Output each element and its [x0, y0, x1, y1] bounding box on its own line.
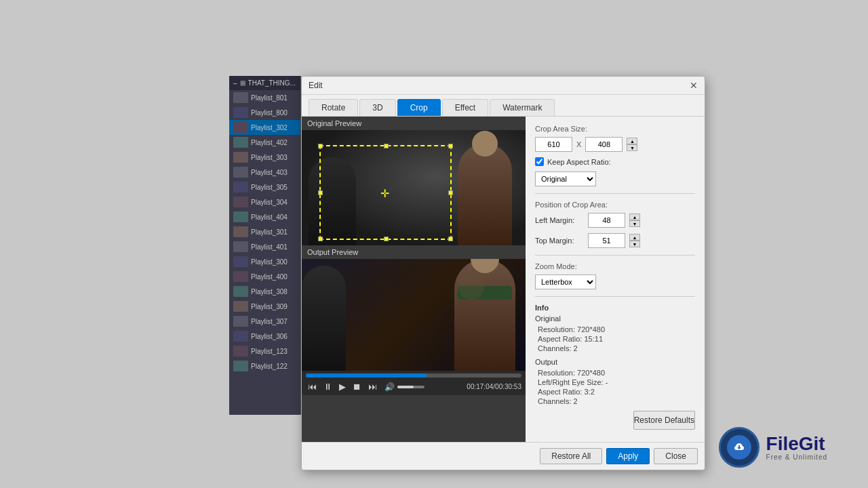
- close-button[interactable]: Close: [654, 448, 698, 464]
- crop-handle-br[interactable]: [448, 237, 453, 241]
- playlist-item[interactable]: Playlist_401: [229, 239, 300, 254]
- playlist-item[interactable]: Playlist_123: [229, 344, 300, 359]
- crop-handle-tc[interactable]: [384, 144, 389, 148]
- dialog-close-button[interactable]: ✕: [690, 81, 698, 90]
- playlist-item[interactable]: Playlist_306: [229, 329, 300, 344]
- output-aspect: Aspect Ratio: 3:2: [535, 388, 695, 396]
- crop-crosshair: ✛: [380, 187, 389, 200]
- crop-selection-box[interactable]: ✛: [319, 145, 452, 240]
- sidebar-icon-button[interactable]: ⊞: [240, 79, 245, 87]
- tab-3d[interactable]: 3D: [359, 99, 395, 116]
- filegit-tagline: Free & Unlimited: [766, 453, 827, 461]
- playlist-item[interactable]: Playlist_400: [229, 269, 300, 284]
- play-button[interactable]: ▶: [337, 381, 348, 392]
- crop-handle-bc[interactable]: [384, 237, 389, 241]
- tab-watermark[interactable]: Watermark: [490, 99, 555, 116]
- original-preview: ✛: [302, 130, 526, 245]
- playlist-item[interactable]: Playlist_402: [229, 135, 300, 150]
- divider-1: [535, 193, 695, 194]
- playlist-item[interactable]: Playlist_308: [229, 284, 300, 299]
- crop-height-input[interactable]: [585, 137, 623, 152]
- output-channels: Channels: 2: [535, 397, 695, 405]
- aspect-ratio-select[interactable]: Original 16:9 4:3 1:1 Custom: [535, 171, 596, 186]
- left-spin-up[interactable]: ▲: [629, 214, 640, 220]
- playlist-thumb: [233, 167, 248, 178]
- left-spin-down[interactable]: ▼: [629, 220, 640, 227]
- keep-aspect-label[interactable]: Keep Aspect Ratio:: [547, 158, 611, 166]
- output-preview-label: Output Preview: [302, 245, 526, 259]
- original-aspect: Aspect Ratio: 15:11: [535, 335, 695, 343]
- restore-all-button[interactable]: Restore All: [540, 448, 602, 464]
- time-display: 00:17:04/00:30:53: [467, 383, 521, 390]
- info-heading: Info: [535, 304, 695, 312]
- original-resolution: Resolution: 720*480: [535, 325, 695, 333]
- left-margin-spinner[interactable]: ▲ ▼: [629, 214, 640, 227]
- tab-effect[interactable]: Effect: [442, 99, 488, 116]
- playlist-thumb: [233, 331, 248, 342]
- playlist-name: Playlist_301: [251, 228, 288, 236]
- playlist-thumb: [233, 316, 248, 327]
- apply-button[interactable]: Apply: [606, 448, 650, 464]
- progress-fill: [306, 373, 427, 378]
- left-margin-input[interactable]: [588, 213, 625, 228]
- zoom-title: Zoom Mode:: [535, 262, 695, 270]
- progress-bar[interactable]: [306, 373, 521, 378]
- output-heading: Output: [535, 358, 695, 366]
- volume-icon: 🔊: [384, 382, 395, 392]
- crop-handle-tl[interactable]: [318, 144, 323, 148]
- top-spin-down[interactable]: ▼: [629, 241, 640, 247]
- playlist-item[interactable]: Playlist_309: [229, 299, 300, 314]
- tab-crop[interactable]: Crop: [397, 99, 441, 116]
- top-margin-row: Top Margin: ▲ ▼: [535, 233, 695, 248]
- output-resolution: Resolution: 720*480: [535, 369, 695, 377]
- playlist-item[interactable]: Playlist_404: [229, 209, 300, 224]
- dialog-body: Original Preview: [302, 117, 705, 442]
- playlist-name: Playlist_306: [251, 333, 288, 340]
- playlist-item[interactable]: Playlist_303: [229, 150, 300, 165]
- playlist-item[interactable]: Playlist_403: [229, 165, 300, 180]
- playlist-name: Playlist_402: [251, 139, 288, 146]
- playlist-item[interactable]: Playlist_307: [229, 314, 300, 329]
- crop-handle-mr[interactable]: [448, 190, 453, 195]
- playlist-name: Playlist_801: [251, 94, 288, 102]
- sidebar-minimize-button[interactable]: –: [233, 79, 237, 87]
- skip-start-button[interactable]: ⏮: [306, 381, 319, 392]
- skip-end-button[interactable]: ⏭: [366, 381, 379, 392]
- dialog-footer: Restore All Apply Close: [302, 442, 705, 470]
- crop-handle-ml[interactable]: [318, 190, 323, 195]
- edit-dialog: Edit ✕ Rotate 3D Crop Effect Watermark O…: [301, 76, 705, 470]
- playlist-item[interactable]: Playlist_300: [229, 254, 300, 269]
- playlist-name: Playlist_123: [251, 348, 288, 355]
- playlist-thumb: [233, 122, 248, 133]
- crop-handle-tr[interactable]: [448, 144, 453, 148]
- playlist-thumb: [233, 197, 248, 207]
- keep-aspect-checkbox[interactable]: [535, 157, 544, 166]
- stop-button[interactable]: ⏹: [351, 381, 363, 392]
- top-margin-input[interactable]: [588, 233, 625, 248]
- pause-button[interactable]: ⏸: [321, 381, 334, 392]
- position-title: Position of Crop Area:: [535, 201, 695, 209]
- crop-width-input[interactable]: [535, 137, 572, 152]
- info-section: Info Original Resolution: 720*480 Aspect…: [535, 304, 695, 405]
- top-spin-up[interactable]: ▲: [629, 234, 640, 241]
- playlist-item[interactable]: Playlist_305: [229, 180, 300, 195]
- playlist-item[interactable]: Playlist_800: [229, 105, 300, 120]
- top-margin-spinner[interactable]: ▲ ▼: [629, 234, 640, 247]
- volume-slider[interactable]: [397, 386, 425, 388]
- playlist-item[interactable]: Playlist_302: [229, 120, 300, 135]
- playlist-item[interactable]: Playlist_122: [229, 359, 300, 373]
- zoom-mode-select[interactable]: Letterbox Pan&Scan Full: [535, 274, 596, 289]
- output-person-head: [471, 259, 499, 273]
- crop-handle-bl[interactable]: [318, 237, 323, 241]
- playlist-item[interactable]: Playlist_801: [229, 90, 300, 105]
- playlist-item[interactable]: Playlist_304: [229, 195, 300, 209]
- left-margin-row: Left Margin: ▲ ▼: [535, 213, 695, 228]
- playlist-thumb: [233, 286, 248, 297]
- crop-height-spinner[interactable]: ▲ ▼: [627, 138, 637, 151]
- restore-defaults-button[interactable]: Restore Defaults: [633, 411, 695, 430]
- playlist-item[interactable]: Playlist_301: [229, 224, 300, 239]
- spin-up[interactable]: ▲: [627, 138, 637, 144]
- playlist-name: Playlist_401: [251, 243, 288, 251]
- spin-down[interactable]: ▼: [627, 144, 637, 151]
- tab-rotate[interactable]: Rotate: [309, 99, 358, 116]
